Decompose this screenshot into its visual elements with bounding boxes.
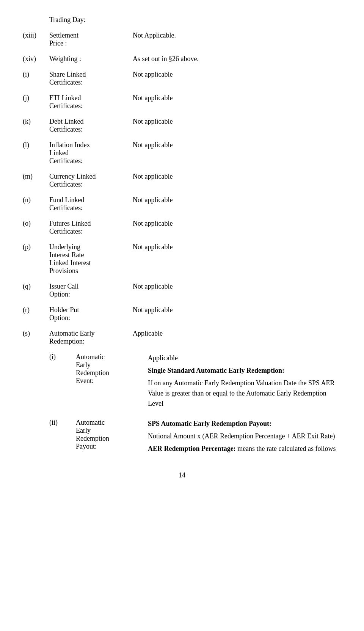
value-sub-ii: SPS Automatic Early Redemption Payout: N… xyxy=(148,418,341,456)
trading-day-index xyxy=(23,15,49,16)
trading-day-row: Trading Day: xyxy=(23,15,341,24)
index-r: (r) xyxy=(23,305,49,314)
label-n: Fund LinkedCertificates: xyxy=(49,195,133,212)
row-m: (m) Currency LinkedCertificates: Not app… xyxy=(23,172,341,188)
value-n: Not applicable xyxy=(133,195,341,204)
row-o: (o) Futures LinkedCertificates: Not appl… xyxy=(23,219,341,235)
row-n: (n) Fund LinkedCertificates: Not applica… xyxy=(23,195,341,212)
value-l: Not applicable xyxy=(133,140,341,149)
page-container: Trading Day: (xiii) SettlementPrice : No… xyxy=(23,15,341,479)
value-j: Not applicable xyxy=(133,93,341,102)
sub-ii-bold-line: SPS Automatic Early Redemption Payout: xyxy=(148,419,341,429)
sub-ii-line2: AER Redemption Percentage: means the rat… xyxy=(148,444,341,454)
label-o: Futures LinkedCertificates: xyxy=(49,219,133,235)
label-p: UnderlyingInterest RateLinked InterestPr… xyxy=(49,242,133,275)
sub-i-body: If on any Automatic Early Redemption Val… xyxy=(148,378,341,409)
sub-i-bold: Single Standard Automatic Early Redempti… xyxy=(148,366,341,376)
label-j: ETI LinkedCertificates: xyxy=(49,93,133,110)
index-s: (s) xyxy=(23,329,49,337)
label-k: Debt LinkedCertificates: xyxy=(49,117,133,133)
value-m: Not applicable xyxy=(133,172,341,181)
label-xiv: Weighting : xyxy=(49,54,133,63)
row-xiv: (xiv) Weighting : As set out in §26 abov… xyxy=(23,54,341,63)
label-m: Currency LinkedCertificates: xyxy=(49,172,133,188)
label-l: Inflation IndexLinkedCertificates: xyxy=(49,140,133,165)
index-sub-i xyxy=(23,352,49,353)
value-xiv: As set out in §26 above. xyxy=(133,54,341,63)
value-p: Not applicable xyxy=(133,242,341,251)
row-i-share: (i) Share LinkedCertificates: Not applic… xyxy=(23,70,341,86)
row-k: (k) Debt LinkedCertificates: Not applica… xyxy=(23,117,341,133)
label-sub-ii: AutomaticEarlyRedemptionPayout: xyxy=(76,418,148,450)
row-xiii: (xiii) SettlementPrice : Not Applicable. xyxy=(23,31,341,47)
value-sub-i: Applicable Single Standard Automatic Ear… xyxy=(148,352,341,411)
index-o: (o) xyxy=(23,219,49,228)
sub-ii-line1: Notional Amount x (AER Redemption Percen… xyxy=(148,431,341,441)
value-xiii: Not Applicable. xyxy=(133,31,341,39)
label-i-share: Share LinkedCertificates: xyxy=(49,70,133,86)
sub-ii-line2-rest: means the rate calculated as follows xyxy=(236,445,336,452)
index-m: (m) xyxy=(23,172,49,181)
value-q: Not applicable xyxy=(133,282,341,290)
value-i-share: Not applicable xyxy=(133,70,341,78)
index-sub-ii-label: (ii) xyxy=(49,418,76,427)
index-sub-ii-spacer xyxy=(23,418,49,419)
value-s: Applicable xyxy=(133,329,341,337)
trading-day-label: Trading Day: xyxy=(49,15,133,24)
trading-day-value xyxy=(133,15,341,16)
index-q: (q) xyxy=(23,282,49,290)
row-j: (j) ETI LinkedCertificates: Not applicab… xyxy=(23,93,341,110)
value-o: Not applicable xyxy=(133,219,341,228)
label-xiii: SettlementPrice : xyxy=(49,31,133,47)
value-k: Not applicable xyxy=(133,117,341,126)
index-xiii: (xiii) xyxy=(23,31,49,39)
row-q: (q) Issuer CallOption: Not applicable xyxy=(23,282,341,298)
value-r: Not applicable xyxy=(133,305,341,314)
index-l: (l) xyxy=(23,140,49,149)
index-k: (k) xyxy=(23,117,49,126)
index-n: (n) xyxy=(23,195,49,204)
sub-ii-line2-bold: AER Redemption Percentage: xyxy=(148,445,236,452)
row-r: (r) Holder PutOption: Not applicable xyxy=(23,305,341,322)
label-s: Automatic EarlyRedemption: xyxy=(49,329,133,345)
index-p: (p) xyxy=(23,242,49,251)
row-sub-i: (i) AutomaticEarlyRedemptionEvent: Appli… xyxy=(23,352,341,411)
row-l: (l) Inflation IndexLinkedCertificates: N… xyxy=(23,140,341,165)
index-i-share: (i) xyxy=(23,70,49,78)
row-s: (s) Automatic EarlyRedemption: Applicabl… xyxy=(23,329,341,345)
page-number: 14 xyxy=(23,471,341,479)
index-sub-i-label: (i) xyxy=(49,352,76,361)
row-p: (p) UnderlyingInterest RateLinked Intere… xyxy=(23,242,341,275)
sub-i-intro: Applicable xyxy=(148,353,341,363)
label-q: Issuer CallOption: xyxy=(49,282,133,298)
index-j: (j) xyxy=(23,93,49,102)
row-sub-ii: (ii) AutomaticEarlyRedemptionPayout: SPS… xyxy=(23,418,341,456)
label-sub-i: AutomaticEarlyRedemptionEvent: xyxy=(76,352,148,385)
index-xiv: (xiv) xyxy=(23,54,49,63)
label-r: Holder PutOption: xyxy=(49,305,133,322)
